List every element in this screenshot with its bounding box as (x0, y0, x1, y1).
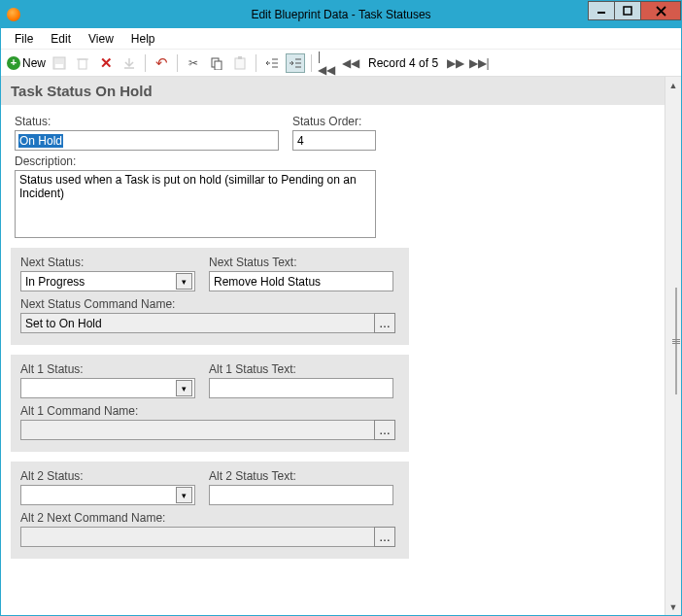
vertical-scrollbar[interactable]: ▲ ▼ (665, 77, 681, 615)
window-controls (589, 1, 681, 22)
alt2-status-group: Alt 2 Status: ▾ Alt 2 Status Text: (11, 462, 409, 559)
alt2-status-text-input[interactable] (209, 485, 393, 505)
title-bar: Edit Blueprint Data - Task Statuses (1, 1, 681, 28)
alt2-cmd-input[interactable] (20, 527, 375, 547)
next-status-cmd-input[interactable]: Set to On Hold (20, 313, 375, 333)
new-button-label: New (22, 56, 46, 70)
export-icon (119, 53, 139, 73)
page-title: Task Status On Hold (1, 77, 665, 105)
alt1-status-text-input[interactable] (209, 378, 393, 398)
svg-rect-10 (235, 58, 245, 69)
last-record-icon[interactable]: ▶▶| (469, 53, 489, 73)
menu-view[interactable]: View (81, 30, 121, 48)
next-record-icon[interactable]: ▶▶ (446, 53, 465, 73)
toolbar: + New ✕ ↶ ✂ |◀◀ ◀◀ Record 4 of 5 ▶▶ ▶▶| (1, 50, 681, 77)
menu-edit[interactable]: Edit (43, 30, 79, 48)
delete-icon[interactable]: ✕ (96, 53, 116, 73)
prev-record-icon[interactable]: ◀◀ (341, 53, 360, 73)
scroll-up-icon[interactable]: ▲ (666, 77, 681, 93)
alt1-status-group: Alt 1 Status: ▾ Alt 1 Status Text: (11, 355, 409, 452)
trash-icon (73, 53, 92, 73)
window-title: Edit Blueprint Data - Task Statuses (1, 8, 681, 21)
alt2-status-select[interactable]: ▾ (20, 485, 195, 505)
form-area: Status: On Hold Status Order: Descriptio… (1, 105, 665, 578)
next-status-cmd-label: Next Status Command Name: (20, 297, 395, 311)
record-position: Record 4 of 5 (364, 56, 442, 70)
alt1-cmd-label: Alt 1 Command Name: (20, 404, 395, 418)
status-input[interactable]: On Hold (15, 130, 279, 151)
scroll-down-icon[interactable]: ▼ (666, 599, 681, 615)
chevron-down-icon: ▾ (176, 380, 192, 396)
chevron-down-icon: ▾ (176, 273, 192, 290)
toolbar-separator (311, 54, 312, 72)
cut-icon[interactable]: ✂ (184, 53, 203, 73)
paste-icon (230, 53, 250, 73)
alt1-status-text-label: Alt 1 Status Text: (209, 362, 393, 376)
maximize-button[interactable] (614, 1, 641, 20)
chevron-down-icon: ▾ (176, 487, 192, 503)
status-order-label: Status Order: (292, 115, 376, 128)
toolbar-separator (256, 54, 256, 72)
status-value: On Hold (18, 134, 63, 148)
scroll-thumb[interactable] (675, 288, 677, 394)
svg-rect-11 (238, 56, 242, 59)
indent-icon[interactable] (286, 53, 305, 73)
alt1-status-label: Alt 1 Status: (20, 362, 195, 376)
next-status-text-input[interactable] (209, 271, 393, 291)
menu-bar: File Edit View Help (1, 28, 681, 50)
alt2-status-label: Alt 2 Status: (20, 469, 195, 483)
alt1-status-select[interactable]: ▾ (20, 378, 195, 398)
svg-rect-1 (624, 7, 631, 15)
alt2-cmd-label: Alt 2 Next Command Name: (20, 511, 395, 525)
save-icon (50, 53, 69, 73)
svg-rect-6 (79, 59, 86, 69)
description-input[interactable] (15, 170, 376, 238)
next-status-group: Next Status: In Progress ▾ Next Status T… (11, 248, 409, 345)
svg-rect-5 (55, 64, 63, 68)
alt2-cmd-browse-button[interactable]: … (374, 527, 395, 547)
next-status-select[interactable]: In Progress ▾ (20, 271, 195, 291)
toolbar-separator (145, 54, 146, 72)
menu-help[interactable]: Help (123, 30, 163, 48)
plus-icon: + (7, 56, 20, 70)
alt2-status-text-label: Alt 2 Status Text: (209, 469, 393, 483)
svg-rect-9 (215, 61, 222, 70)
app-icon (7, 8, 20, 21)
close-button[interactable] (640, 1, 681, 20)
minimize-button[interactable] (588, 1, 615, 20)
alt1-cmd-input[interactable] (20, 420, 375, 440)
undo-icon[interactable]: ↶ (152, 53, 171, 73)
next-status-text-label: Next Status Text: (209, 256, 393, 269)
client-area: Task Status On Hold Status: On Hold Stat… (1, 77, 681, 615)
alt1-cmd-browse-button[interactable]: … (374, 420, 395, 440)
next-status-label: Next Status: (20, 256, 195, 269)
app-window: Edit Blueprint Data - Task Statuses File… (0, 0, 682, 616)
outdent-icon[interactable] (262, 53, 282, 73)
new-button[interactable]: + New (7, 56, 46, 70)
content-area: Task Status On Hold Status: On Hold Stat… (1, 77, 665, 615)
status-label: Status: (15, 115, 279, 128)
description-label: Description: (15, 154, 376, 168)
toolbar-separator (177, 54, 178, 72)
next-status-value: In Progress (23, 275, 176, 289)
copy-icon[interactable] (207, 53, 226, 73)
next-status-cmd-browse-button[interactable]: … (374, 313, 395, 333)
first-record-icon[interactable]: |◀◀ (318, 53, 337, 73)
menu-file[interactable]: File (7, 30, 41, 48)
status-order-input[interactable] (292, 130, 376, 151)
